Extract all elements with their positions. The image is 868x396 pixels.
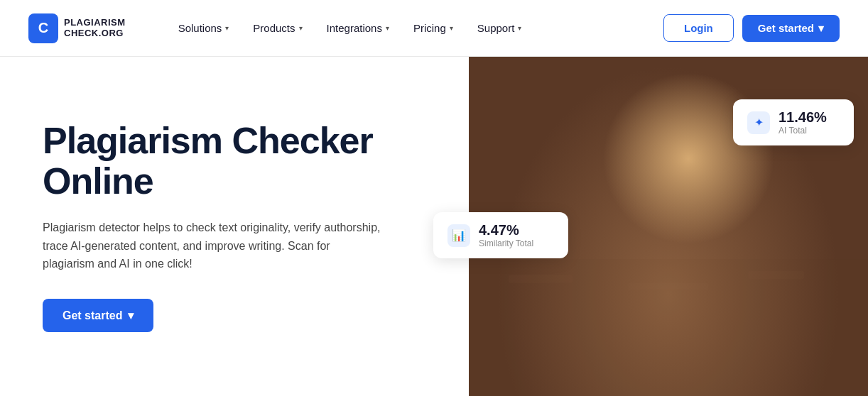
hero-section: Plagiarism Checker Online Plagiarism det… bbox=[0, 57, 868, 396]
hero-title: Plagiarism Checker Online bbox=[43, 121, 426, 202]
nav-pricing[interactable]: Pricing ▾ bbox=[403, 16, 463, 40]
ai-card: ✦ 11.46% AI Total bbox=[733, 99, 854, 145]
nav-actions: Login Get started ▾ bbox=[663, 14, 840, 42]
ai-label: AI Total bbox=[779, 126, 827, 136]
navbar: C PLAGIARISM CHECK.ORG Solutions ▾ Produ… bbox=[0, 0, 868, 57]
login-button[interactable]: Login bbox=[663, 14, 734, 42]
get-started-nav-chevron-icon: ▾ bbox=[818, 22, 824, 35]
nav-solutions[interactable]: Solutions ▾ bbox=[168, 16, 239, 40]
solutions-chevron-icon: ▾ bbox=[225, 24, 229, 32]
hero-subtitle: Plagiarism detector helps to check text … bbox=[43, 219, 384, 273]
nav-support[interactable]: Support ▾ bbox=[467, 16, 532, 40]
integrations-chevron-icon: ▾ bbox=[386, 24, 389, 32]
hero-right: 📊 4.47% Similarity Total ✦ 11.46% AI Tot… bbox=[469, 57, 868, 396]
similarity-card-content: 4.47% Similarity Total bbox=[479, 222, 533, 248]
logo-icon: C bbox=[28, 13, 58, 43]
get-started-hero-button[interactable]: Get started ▾ bbox=[43, 299, 153, 332]
ai-card-content: 11.46% AI Total bbox=[779, 109, 827, 136]
similarity-label: Similarity Total bbox=[479, 238, 533, 248]
svg-rect-2 bbox=[629, 283, 708, 290]
svg-rect-1 bbox=[509, 275, 573, 283]
ai-spark-icon: ✦ bbox=[747, 111, 770, 134]
nav-products[interactable]: Products ▾ bbox=[243, 16, 312, 40]
svg-rect-3 bbox=[748, 271, 804, 279]
get-started-nav-button[interactable]: Get started ▾ bbox=[742, 15, 840, 42]
products-chevron-icon: ▾ bbox=[299, 24, 303, 32]
logo-text: PLAGIARISM CHECK.ORG bbox=[64, 18, 126, 38]
ai-percentage: 11.46% bbox=[779, 109, 827, 126]
support-chevron-icon: ▾ bbox=[518, 24, 521, 32]
pricing-chevron-icon: ▾ bbox=[450, 24, 453, 32]
similarity-card: 📊 4.47% Similarity Total bbox=[433, 212, 568, 258]
nav-integrations[interactable]: Integrations ▾ bbox=[317, 16, 399, 40]
hero-cta-chevron-icon: ▾ bbox=[128, 309, 134, 322]
logo-link[interactable]: C PLAGIARISM CHECK.ORG bbox=[28, 13, 126, 43]
similarity-icon: 📊 bbox=[447, 224, 470, 247]
nav-links: Solutions ▾ Products ▾ Integrations ▾ Pr… bbox=[168, 16, 663, 40]
similarity-percentage: 4.47% bbox=[479, 222, 533, 238]
hero-left: Plagiarism Checker Online Plagiarism det… bbox=[0, 57, 469, 396]
